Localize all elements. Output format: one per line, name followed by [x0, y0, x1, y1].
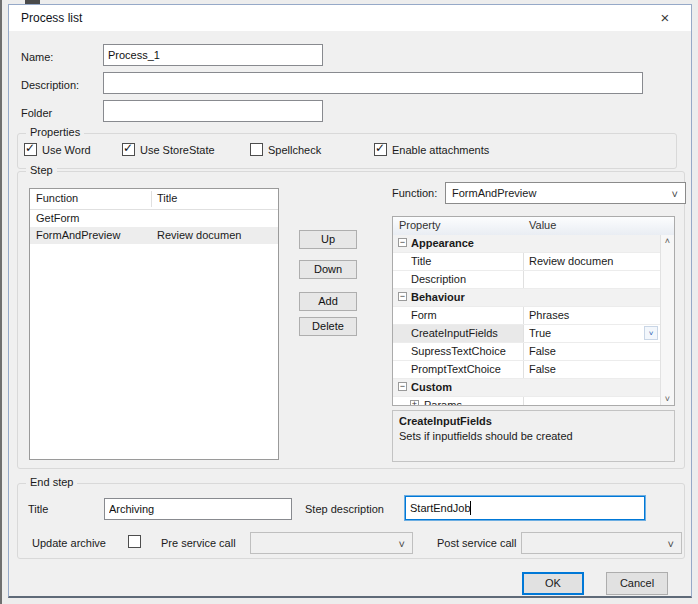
grid-category-behaviour[interactable]: − Behaviour	[393, 289, 660, 307]
end-step-title-label: Title	[28, 503, 48, 515]
description-label: Description:	[21, 79, 79, 91]
property-name: Title	[411, 253, 431, 269]
grid-column-property: Property	[399, 219, 441, 231]
property-name: PromptTextChoice	[411, 361, 501, 377]
step-description-label: Step description	[305, 503, 384, 515]
grid-divider	[523, 325, 524, 342]
category-label: Behaviour	[411, 289, 465, 305]
property-grid-header: Property Value	[393, 217, 674, 236]
collapse-icon[interactable]: −	[398, 292, 407, 301]
update-archive-checkbox[interactable]	[128, 535, 141, 548]
spellcheck-label: Spellcheck	[268, 144, 321, 156]
checkbox-icon[interactable]: ✓	[24, 143, 37, 156]
folder-input[interactable]	[103, 100, 323, 122]
grid-column-value: Value	[529, 219, 556, 231]
down-button[interactable]: Down	[299, 260, 357, 279]
chevron-down-icon[interactable]: ˅	[399, 534, 405, 554]
grid-row-form[interactable]: Form Phrases	[393, 307, 660, 325]
scrollbar[interactable]: ˄ ˅	[660, 235, 674, 405]
list-item-formandpreview[interactable]: FormAndPreview Review documen	[30, 227, 278, 244]
end-step-group-label: End step	[26, 476, 77, 488]
collapse-icon[interactable]: −	[398, 238, 407, 247]
check-icon: ✓	[123, 141, 133, 155]
property-name: CreateInputFields	[411, 325, 498, 341]
checkbox-icon[interactable]	[250, 143, 263, 156]
category-label: Appearance	[411, 235, 474, 251]
name-input[interactable]	[103, 44, 323, 66]
chevron-down-icon[interactable]: ˅	[672, 184, 678, 204]
post-service-call-combobox[interactable]: ˅	[521, 532, 682, 554]
column-header-function[interactable]: Function	[36, 192, 78, 204]
grid-divider	[523, 361, 524, 378]
add-button[interactable]: Add	[299, 292, 357, 311]
update-archive-label: Update archive	[32, 537, 106, 549]
delete-button[interactable]: Delete	[299, 317, 357, 336]
column-divider[interactable]	[151, 191, 152, 207]
grid-divider	[523, 397, 524, 405]
check-icon: ✓	[25, 141, 35, 155]
close-icon[interactable]: ×	[651, 7, 679, 29]
property-value[interactable]: False	[529, 361, 556, 377]
use-word-checkbox[interactable]: ✓ Use Word	[24, 143, 91, 156]
grid-row-prompttextchoice[interactable]: PromptTextChoice False	[393, 361, 660, 379]
category-label: Custom	[411, 379, 452, 395]
column-header-title[interactable]: Title	[157, 192, 177, 204]
property-value[interactable]: Review documen	[529, 253, 613, 269]
cancel-button[interactable]: Cancel	[606, 572, 668, 595]
expand-icon[interactable]: +	[410, 400, 419, 405]
property-help-panel: CreateInputFields Sets if inputfields sh…	[392, 410, 675, 462]
use-word-label: Use Word	[42, 144, 91, 156]
property-value[interactable]: True	[529, 325, 551, 341]
scroll-up-icon[interactable]: ˄	[661, 236, 674, 246]
end-step-title-input[interactable]	[104, 498, 292, 520]
property-grid-body: − Appearance Title Review documen Descri…	[393, 235, 660, 405]
help-text: Sets if inputfields should be created	[399, 430, 573, 442]
property-name: Params	[424, 397, 462, 405]
list-item-getform[interactable]: GetForm	[30, 210, 278, 227]
title-bar[interactable]: Process list ×	[9, 5, 691, 31]
grid-divider	[523, 253, 524, 270]
grid-divider	[523, 307, 524, 324]
chevron-down-icon[interactable]: ˅	[668, 534, 674, 554]
dropdown-arrow-icon[interactable]: ˅	[644, 326, 658, 340]
cell-title: Review documen	[157, 227, 241, 244]
enable-attachments-checkbox[interactable]: ✓ Enable attachments	[374, 143, 489, 156]
enable-attachments-label: Enable attachments	[392, 144, 489, 156]
grid-row-supresstextchoice[interactable]: SupressTextChoice False	[393, 343, 660, 361]
step-list-header[interactable]: Function Title	[30, 189, 278, 210]
pre-service-call-label: Pre service call	[161, 537, 236, 549]
checkbox-icon[interactable]: ✓	[374, 143, 387, 156]
up-button[interactable]: Up	[299, 230, 357, 249]
scroll-down-icon[interactable]: ˅	[661, 394, 674, 404]
help-title: CreateInputFields	[399, 415, 492, 427]
property-name: SupressTextChoice	[411, 343, 506, 359]
background-window-edge	[0, 0, 2, 604]
step-list[interactable]: Function Title GetForm FormAndPreview Re…	[29, 188, 279, 460]
property-value[interactable]: False	[529, 343, 556, 359]
dialog-title: Process list	[21, 5, 82, 31]
folder-label: Folder	[21, 107, 52, 119]
grid-category-custom[interactable]: − Custom	[393, 379, 660, 397]
function-combobox[interactable]: FormAndPreview ˅	[445, 182, 686, 204]
ok-button[interactable]: OK	[522, 572, 584, 595]
properties-groupbox: Properties ✓ Use Word ✓ Use StoreState S…	[17, 133, 677, 169]
checkbox-icon[interactable]: ✓	[122, 143, 135, 156]
grid-row-description[interactable]: Description	[393, 271, 660, 289]
description-input[interactable]	[103, 72, 643, 94]
property-name: Description	[411, 271, 466, 287]
post-service-call-label: Post service call	[437, 537, 516, 549]
grid-row-createinputfields[interactable]: CreateInputFields True ˅	[393, 325, 660, 343]
use-storestate-checkbox[interactable]: ✓ Use StoreState	[122, 143, 215, 156]
properties-group-label: Properties	[26, 126, 84, 138]
grid-divider	[523, 343, 524, 360]
cell-function: GetForm	[36, 210, 79, 227]
pre-service-call-combobox[interactable]: ˅	[250, 532, 413, 554]
spellcheck-checkbox[interactable]: Spellcheck	[250, 143, 321, 156]
property-grid[interactable]: Property Value − Appearance Title Review…	[392, 216, 675, 406]
collapse-icon[interactable]: −	[398, 382, 407, 391]
grid-category-appearance[interactable]: − Appearance	[393, 235, 660, 253]
step-description-input[interactable]	[405, 496, 645, 520]
grid-row-title[interactable]: Title Review documen	[393, 253, 660, 271]
grid-row-params[interactable]: + Params	[393, 397, 660, 405]
property-value[interactable]: Phrases	[529, 307, 569, 323]
